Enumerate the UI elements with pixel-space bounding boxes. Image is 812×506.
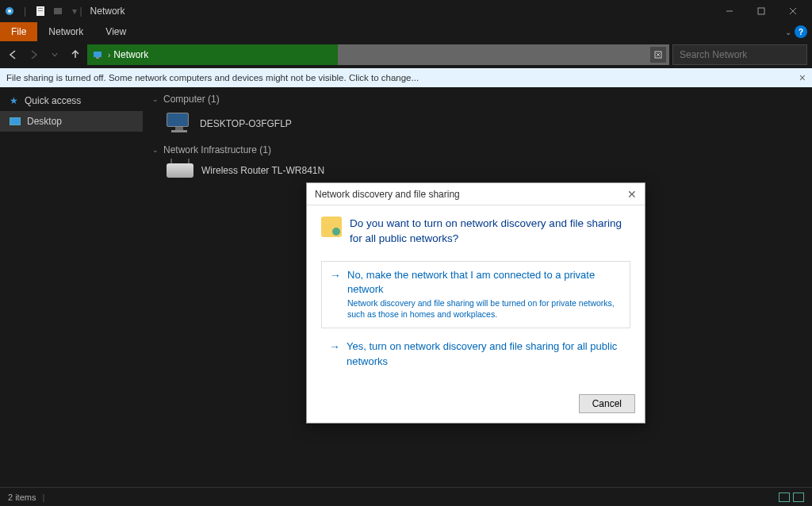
- star-icon: ★: [10, 95, 18, 106]
- device-computer[interactable]: DESKTOP-O3FGFLP: [152, 109, 802, 144]
- svg-rect-5: [54, 8, 62, 14]
- help-icon[interactable]: ?: [795, 25, 807, 38]
- device-label: Wireless Router TL-WR841N: [201, 165, 324, 176]
- sidebar-item-label: Quick access: [25, 95, 81, 106]
- window-controls: [714, 0, 809, 22]
- up-button[interactable]: [67, 46, 84, 63]
- sidebar-item-label: Desktop: [27, 116, 62, 127]
- svg-rect-7: [758, 8, 764, 14]
- close-button[interactable]: [777, 0, 809, 22]
- minimize-button[interactable]: [714, 0, 745, 22]
- large-icons-view-icon[interactable]: [793, 493, 804, 502]
- svg-rect-10: [94, 52, 102, 57]
- dialog-title-text: Network discovery and file sharing: [315, 189, 460, 200]
- group-header-computer[interactable]: ⌄ Computer (1): [152, 94, 802, 105]
- details-view-icon[interactable]: [779, 493, 790, 502]
- desktop-icon: [10, 117, 21, 125]
- breadcrumb-separator: ›: [108, 51, 110, 59]
- router-icon: [167, 163, 193, 178]
- group-header-infrastructure[interactable]: ⌄ Network Infrastructure (1): [152, 144, 802, 155]
- breadcrumb-text[interactable]: Network: [113, 49, 148, 60]
- refresh-icon[interactable]: [650, 47, 666, 63]
- properties-icon[interactable]: [34, 5, 47, 17]
- group-label: Computer (1): [163, 94, 220, 105]
- dialog-question: Do you want to turn on network discovery…: [321, 217, 630, 247]
- titlebar-icons: | ▾ |: [3, 5, 86, 17]
- option-title: Yes, turn on network discovery and file …: [347, 339, 622, 368]
- ribbon-tabs: File Network View ⌄ ?: [0, 22, 812, 41]
- info-bar-text: File sharing is turned off. Some network…: [6, 73, 419, 82]
- separator: |: [42, 493, 44, 502]
- svg-rect-11: [96, 57, 99, 59]
- svg-rect-3: [38, 8, 43, 9]
- info-bar[interactable]: File sharing is turned off. Some network…: [0, 68, 812, 87]
- option-description: Network discovery and file sharing will …: [347, 298, 622, 320]
- dialog-footer: Cancel: [307, 388, 645, 423]
- address-bar[interactable]: › Network: [87, 44, 669, 65]
- dialog-body: Do you want to turn on network discovery…: [307, 205, 645, 388]
- recent-locations-button[interactable]: [46, 46, 63, 63]
- folder-qat-icon[interactable]: [52, 5, 64, 17]
- view-mode-switcher: [779, 493, 804, 502]
- sharing-icon: [321, 217, 342, 237]
- arrow-right-icon: →: [329, 339, 340, 354]
- separator: |: [24, 6, 26, 17]
- back-button[interactable]: [5, 46, 22, 63]
- arrow-right-icon: →: [330, 268, 341, 282]
- separator: ▾ |: [72, 6, 82, 17]
- ribbon-right: ⌄ ?: [785, 22, 812, 41]
- dialog-titlebar: Network discovery and file sharing ✕: [307, 183, 645, 205]
- navigation-pane: ★ Quick access Desktop: [0, 87, 143, 487]
- sidebar-quick-access[interactable]: ★ Quick access: [0, 90, 143, 111]
- group-label: Network Infrastructure (1): [163, 144, 271, 155]
- status-bar: 2 items |: [0, 487, 812, 506]
- dialog-question-text: Do you want to turn on network discovery…: [350, 217, 630, 247]
- sidebar-desktop[interactable]: Desktop: [0, 111, 143, 132]
- tab-view[interactable]: View: [94, 22, 137, 41]
- chevron-down-icon: ⌄: [152, 95, 159, 103]
- search-box[interactable]: [672, 44, 807, 65]
- navigation-bar: › Network: [0, 41, 812, 68]
- network-icon: [90, 48, 105, 62]
- title-bar: | ▾ | Network: [0, 0, 812, 22]
- dialog-close-button[interactable]: ✕: [627, 188, 637, 201]
- ribbon-expand-icon[interactable]: ⌄: [785, 28, 791, 36]
- computer-icon: [167, 113, 192, 135]
- cancel-button[interactable]: Cancel: [579, 394, 635, 413]
- svg-rect-4: [38, 10, 43, 11]
- forward-button[interactable]: [25, 46, 43, 63]
- info-bar-close[interactable]: ×: [799, 71, 806, 84]
- tab-network[interactable]: Network: [37, 22, 94, 41]
- search-input[interactable]: [680, 49, 800, 60]
- window-title: Network: [90, 6, 125, 17]
- network-discovery-dialog: Network discovery and file sharing ✕ Do …: [306, 182, 645, 424]
- device-label: DESKTOP-O3FGFLP: [200, 118, 292, 129]
- chevron-down-icon: ⌄: [152, 146, 159, 154]
- dialog-option-private[interactable]: → No, make the network that I am connect…: [321, 261, 630, 329]
- tab-file[interactable]: File: [0, 22, 37, 41]
- status-item-count: 2 items: [8, 493, 36, 502]
- option-title: No, make the network that I am connected…: [347, 268, 622, 297]
- maximize-button[interactable]: [745, 0, 777, 22]
- dialog-option-public[interactable]: → Yes, turn on network discovery and fil…: [321, 336, 630, 373]
- app-icon: [3, 5, 16, 17]
- svg-point-1: [8, 10, 11, 13]
